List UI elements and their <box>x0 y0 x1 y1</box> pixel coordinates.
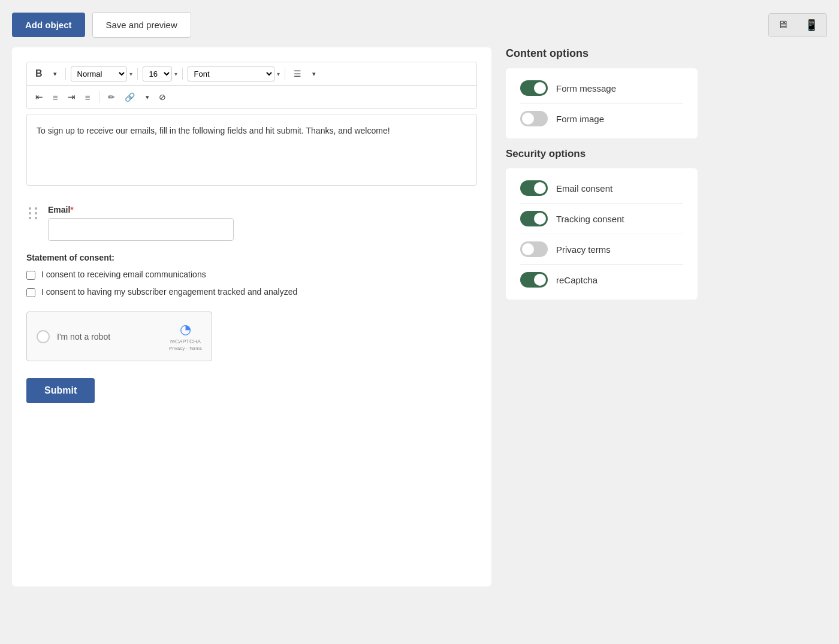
tracking-consent-label: Tracking consent <box>556 214 624 224</box>
toolbar-divider-3 <box>182 68 183 80</box>
privacy-terms-label: Privacy terms <box>556 244 611 255</box>
recaptcha-checkbox[interactable] <box>37 330 50 343</box>
form-image-slider <box>520 111 548 126</box>
content-options-title: Content options <box>506 47 698 60</box>
right-panel: Content options Form message Form image … <box>506 47 698 309</box>
recaptcha-option-label: reCaptcha <box>556 275 597 285</box>
form-message-option-row: Form message <box>520 80 683 104</box>
tracking-consent-slider <box>520 211 548 226</box>
email-field-row: Email* <box>26 205 477 241</box>
drag-dot <box>29 217 31 219</box>
text-editor-area[interactable]: To sign up to receive our emails, fill i… <box>26 114 477 186</box>
consent-checkbox-1[interactable] <box>26 271 35 280</box>
recaptcha-option-slider <box>520 272 548 288</box>
consent-label-2: I consent to having my subscriber engage… <box>41 287 297 297</box>
font-family-select[interactable]: Font Arial Georgia Times New Roman <box>188 66 274 81</box>
form-message-label: Form message <box>556 83 616 93</box>
format-select[interactable]: Normal Heading 1 Heading 2 Heading 3 <box>71 66 127 81</box>
consent-title: Statement of consent: <box>26 253 477 262</box>
drag-dot <box>29 212 31 214</box>
align-center-button[interactable]: ≡ <box>49 90 62 105</box>
recaptcha-text: I'm not a robot <box>57 332 110 341</box>
tracking-consent-option-row: Tracking consent <box>520 204 683 234</box>
list-button[interactable]: ☰ <box>290 66 305 81</box>
align-left-button[interactable]: ⇤ <box>32 89 47 105</box>
recaptcha-box[interactable]: I'm not a robot ◔ reCAPTCHA Privacy - Te… <box>26 312 212 361</box>
drag-dot <box>35 217 37 219</box>
align-right-button[interactable]: ⇥ <box>64 89 79 105</box>
drag-handle[interactable] <box>26 205 41 222</box>
desktop-view-button[interactable]: 🖥 <box>769 14 796 37</box>
bold-button[interactable]: B <box>32 66 46 81</box>
content-options-card: Form message Form image <box>506 68 698 138</box>
form-image-toggle[interactable] <box>520 111 548 126</box>
drag-dot <box>35 212 37 214</box>
drag-dot <box>29 207 31 210</box>
bold-icon: B <box>35 68 43 79</box>
list-dropdown-button[interactable] <box>307 68 319 80</box>
consent-checkbox-2[interactable] <box>26 288 35 297</box>
email-input[interactable] <box>48 218 234 241</box>
eraser-icon: ⊘ <box>159 92 166 102</box>
consent-label-1: I consent to receiving email communicati… <box>41 270 206 279</box>
align-justify-button[interactable]: ≡ <box>82 90 94 105</box>
consent-section: Statement of consent: I consent to recei… <box>26 253 477 297</box>
toolbar-divider-2 <box>137 68 138 80</box>
save-preview-button[interactable]: Save and preview <box>92 12 191 38</box>
format-chevron-icon: ▾ <box>129 71 132 77</box>
toolbar-row-1: B Normal Heading 1 Heading 2 Heading 3 ▾… <box>27 62 476 86</box>
bold-dropdown-button[interactable] <box>49 68 61 80</box>
font-size-select[interactable]: 16 12 14 18 24 <box>143 66 172 81</box>
rich-text-toolbar: B Normal Heading 1 Heading 2 Heading 3 ▾… <box>26 62 477 109</box>
main-layout: B Normal Heading 1 Heading 2 Heading 3 ▾… <box>12 47 827 586</box>
eraser-button[interactable]: ⊘ <box>155 90 170 104</box>
recaptcha-toggle[interactable] <box>520 272 548 288</box>
recaptcha-brand-label: reCAPTCHA <box>170 338 201 344</box>
color-picker-icon: ✏ <box>108 92 115 102</box>
recaptcha-option-row: reCaptcha <box>520 265 683 288</box>
email-consent-toggle[interactable] <box>520 180 548 196</box>
top-bar: Add object Save and preview 🖥 📱 <box>12 12 827 38</box>
link-dropdown-button[interactable] <box>141 91 153 104</box>
recaptcha-links: Privacy - Terms <box>169 346 202 351</box>
email-consent-label: Email consent <box>556 183 612 193</box>
link-icon: 🔗 <box>125 92 135 102</box>
form-message-toggle[interactable] <box>520 80 548 96</box>
consent-checkbox-1-row: I consent to receiving email communicati… <box>26 270 477 280</box>
security-options-card: Email consent Tracking consent Privacy t… <box>506 168 698 300</box>
drag-dot <box>35 207 37 210</box>
size-chevron-icon: ▾ <box>174 71 177 77</box>
link-button[interactable]: 🔗 <box>121 90 138 104</box>
desktop-icon: 🖥 <box>777 19 788 31</box>
toolbar-divider-4 <box>285 68 285 80</box>
add-object-button[interactable]: Add object <box>12 13 85 37</box>
security-options-title: Security options <box>506 148 698 160</box>
tracking-consent-toggle[interactable] <box>520 211 548 226</box>
email-consent-slider <box>520 180 548 196</box>
submit-button[interactable]: Submit <box>26 378 95 403</box>
privacy-terms-toggle[interactable] <box>520 241 548 257</box>
privacy-terms-slider <box>520 241 548 257</box>
align-right-icon: ⇥ <box>68 92 76 102</box>
editor-panel: B Normal Heading 1 Heading 2 Heading 3 ▾… <box>12 47 491 586</box>
email-field-label: Email* <box>48 205 234 214</box>
toolbar-divider-5 <box>99 91 99 103</box>
list-icon: ☰ <box>294 69 301 78</box>
recaptcha-left: I'm not a robot <box>37 330 110 343</box>
form-message-slider <box>520 80 548 96</box>
mobile-icon: 📱 <box>805 19 818 31</box>
device-toggle: 🖥 📱 <box>768 13 827 37</box>
required-star: * <box>70 205 73 214</box>
recaptcha-logo-icon: ◔ <box>180 322 191 337</box>
toolbar-row-2: ⇤ ≡ ⇥ ≡ ✏ 🔗 ⊘ <box>27 86 476 108</box>
align-left-icon: ⇤ <box>35 92 43 102</box>
color-picker-button[interactable]: ✏ <box>104 90 119 104</box>
recaptcha-right: ◔ reCAPTCHA Privacy - Terms <box>169 322 202 351</box>
align-center-icon: ≡ <box>53 92 58 102</box>
toolbar-divider-1 <box>65 68 66 80</box>
form-image-option-row: Form image <box>520 104 683 126</box>
consent-checkbox-2-row: I consent to having my subscriber engage… <box>26 287 477 297</box>
form-image-label: Form image <box>556 114 604 124</box>
mobile-view-button[interactable]: 📱 <box>796 14 826 37</box>
privacy-terms-option-row: Privacy terms <box>520 234 683 265</box>
